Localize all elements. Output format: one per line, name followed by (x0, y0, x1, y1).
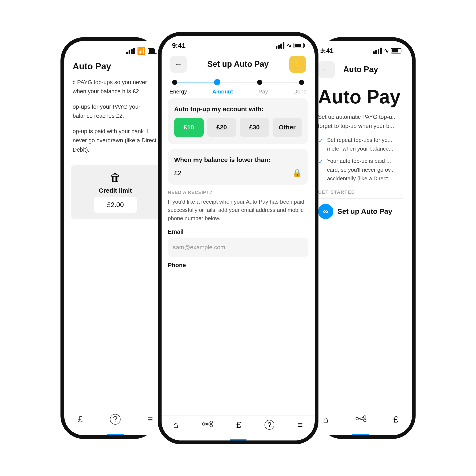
center-nav-currency[interactable]: £ (236, 420, 241, 430)
svg-point-7 (363, 419, 366, 422)
step-line-3 (262, 82, 299, 83)
center-time: 9:41 (172, 42, 186, 50)
left-header-title: Auto Pay (73, 61, 111, 71)
svg-line-9 (358, 419, 363, 420)
svg-point-0 (202, 423, 205, 425)
trash-icon: 🗑 (110, 171, 121, 184)
left-body-text-2: op-ups for your PAYG your balance reache… (73, 102, 158, 120)
get-started-label: GET STARTED (318, 189, 404, 195)
step-dot-done (299, 80, 304, 85)
right-nav-currency[interactable]: £ (393, 414, 398, 425)
right-nav-connect[interactable] (356, 415, 366, 424)
svg-point-1 (210, 421, 213, 424)
amount-other-button[interactable]: Other (272, 118, 302, 137)
center-nav-connect[interactable] (202, 421, 213, 429)
credit-limit-label: Credit limit (99, 187, 132, 194)
setup-autopay-label: Set up Auto Pay (338, 207, 392, 216)
receipt-description: If you'd like a receipt when your Auto P… (168, 198, 308, 222)
left-body-text-3: op-up is paid with your bank ll never go… (73, 127, 158, 154)
check-icon-1: ✓ (318, 136, 324, 145)
step-label-pay: Pay (258, 88, 268, 95)
topup-title: Auto top-up my account with: (174, 105, 302, 113)
svg-line-3 (205, 423, 210, 424)
nav-currency[interactable]: £ (78, 414, 83, 425)
infinity-icon: ∞ (318, 204, 333, 219)
balance-title: When my balance is lower than: (174, 156, 302, 163)
step-label-amount: Amount (212, 88, 233, 95)
right-back-button[interactable]: ← (318, 61, 335, 78)
check-icon-2: ✓ (318, 157, 324, 166)
nav-menu[interactable]: ≡ (148, 414, 153, 425)
center-nav-menu[interactable]: ≡ (298, 420, 303, 430)
step-line-2 (220, 82, 257, 83)
center-header-title: Set up Auto Pay (207, 60, 269, 69)
right-time: 9:41 (320, 47, 334, 55)
svg-point-5 (356, 417, 358, 420)
email-label: Email (168, 228, 308, 235)
right-nav-home[interactable]: ⌂ (323, 414, 328, 425)
setup-autopay-button[interactable]: ∞ Set up Auto Pay (318, 204, 404, 219)
step-line-1 (177, 82, 214, 83)
email-input[interactable]: sam@example.com (168, 238, 308, 257)
step-dot-energy (172, 80, 177, 85)
step-dot-amount (214, 79, 220, 85)
left-body-text-1: c PAYG top-ups so you never when your ba… (73, 78, 158, 96)
check-text-2: Your auto top-up is paid ... card, so yo… (327, 157, 404, 183)
step-dot-pay (257, 80, 262, 85)
back-arrow-icon: ← (175, 60, 182, 69)
amount-30-button[interactable]: £30 (240, 118, 269, 137)
lightning-icon: ⚡ (293, 60, 303, 69)
step-label-done: Done (293, 88, 306, 95)
step-label-energy: Energy (170, 88, 187, 95)
amount-10-button[interactable]: £10 (174, 118, 204, 137)
svg-line-4 (205, 424, 210, 425)
amount-20-button[interactable]: £20 (207, 118, 237, 137)
lock-icon: 🔒 (292, 169, 302, 177)
phone-label: Phone (168, 262, 308, 269)
right-main-title: Auto Pay (318, 86, 404, 107)
right-back-arrow-icon: ← (323, 65, 330, 74)
svg-line-8 (358, 417, 363, 419)
center-nav-home[interactable]: ⌂ (173, 420, 178, 430)
right-header-title: Auto Pay (343, 65, 378, 74)
svg-point-6 (363, 416, 366, 418)
balance-value: £2 (174, 169, 181, 177)
back-button[interactable]: ← (170, 56, 187, 73)
right-description: Set up automatic PAYG top-u... forget to… (318, 113, 404, 131)
svg-point-2 (210, 425, 213, 427)
lightning-button[interactable]: ⚡ (289, 56, 306, 73)
center-nav-help[interactable]: ? (265, 420, 274, 430)
credit-amount: £2.00 (107, 201, 124, 208)
check-text-1: Set repeat top-ups for yo... meter when … (327, 136, 404, 153)
receipt-label: NEED A RECEIPT? (168, 190, 308, 195)
nav-help[interactable]: ? (110, 414, 120, 425)
